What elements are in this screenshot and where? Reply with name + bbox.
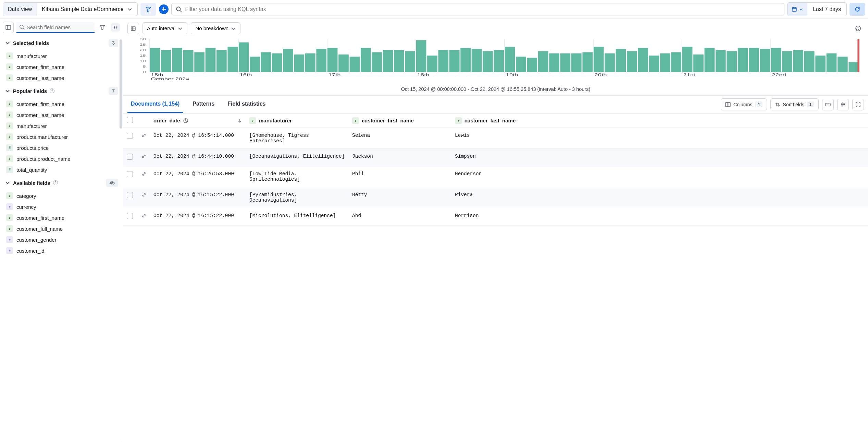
kql-input[interactable] <box>185 6 780 12</box>
field-item[interactable]: tcustomer_last_name <box>3 72 120 83</box>
field-item[interactable]: tcustomer_first_name <box>3 61 120 72</box>
svg-rect-41 <box>449 50 460 72</box>
select-all-checkbox[interactable] <box>127 117 133 123</box>
section-popular-toggle[interactable]: Popular fields ? 7 <box>3 83 120 98</box>
keyboard-shortcuts-button[interactable] <box>822 99 834 110</box>
svg-rect-55 <box>605 53 615 72</box>
field-item[interactable]: kcustomer_id <box>3 245 120 256</box>
field-item[interactable]: tproducts.product_name <box>3 153 120 164</box>
breakdown-select[interactable]: No breakdown <box>191 22 240 34</box>
tab-documents[interactable]: Documents (1,154) <box>127 96 183 113</box>
column-header-first-name[interactable]: tcustomer_first_name <box>349 113 451 128</box>
field-item[interactable]: tcustomer_full_name <box>3 223 120 234</box>
field-search-input[interactable] <box>27 24 92 30</box>
lens-button[interactable] <box>852 23 864 34</box>
section-selected-toggle[interactable]: Selected fields 3 <box>3 35 120 50</box>
field-name: manufacturer <box>16 53 47 59</box>
field-name: customer_id <box>16 248 45 254</box>
svg-rect-62 <box>682 47 693 72</box>
dataview-value[interactable]: Kibana Sample Data eCommerce <box>37 3 137 16</box>
column-header-manufacturer[interactable]: tmanufacturer <box>246 113 349 128</box>
field-name: customer_last_name <box>16 112 64 118</box>
sidebar-scrollbar[interactable] <box>120 39 122 129</box>
field-type-icon: t <box>6 100 13 107</box>
field-item[interactable]: kcustomer_gender <box>3 234 120 245</box>
field-item[interactable]: #products.price <box>3 142 120 153</box>
field-item[interactable]: tcustomer_first_name <box>3 212 120 223</box>
field-item[interactable]: tmanufacturer <box>3 50 120 61</box>
field-search[interactable] <box>16 22 95 33</box>
chevron-down-icon <box>231 26 236 31</box>
svg-rect-18 <box>194 52 204 72</box>
row-checkbox[interactable] <box>127 213 133 219</box>
field-item[interactable]: tmanufacturer <box>3 120 120 131</box>
refresh-button[interactable] <box>850 3 865 16</box>
field-filter-button[interactable] <box>97 22 108 33</box>
tab-field-statistics[interactable]: Field statistics <box>224 96 269 113</box>
expand-row-button[interactable] <box>141 213 147 218</box>
help-icon[interactable]: ? <box>53 180 58 185</box>
svg-rect-61 <box>671 52 681 72</box>
svg-text:19th: 19th <box>506 73 518 77</box>
row-checkbox[interactable] <box>127 171 133 177</box>
add-filter-button[interactable] <box>159 4 169 14</box>
kql-search[interactable] <box>171 3 785 15</box>
svg-rect-75 <box>827 53 837 72</box>
svg-rect-47 <box>516 57 526 72</box>
svg-rect-66 <box>727 51 737 72</box>
svg-rect-63 <box>693 55 704 72</box>
expand-row-button[interactable] <box>141 154 147 159</box>
expand-row-button[interactable] <box>141 171 147 177</box>
row-checkbox[interactable] <box>127 154 133 160</box>
field-name: customer_first_name <box>16 101 64 107</box>
date-range-label[interactable]: Last 7 days <box>807 3 846 16</box>
field-item[interactable]: tcustomer_last_name <box>3 109 120 120</box>
field-name: products.product_name <box>16 156 71 162</box>
field-name: customer_first_name <box>16 64 64 70</box>
svg-rect-76 <box>838 57 848 72</box>
section-count: 45 <box>106 179 118 187</box>
field-name: manufacturer <box>16 123 47 129</box>
svg-rect-33 <box>361 48 371 72</box>
interval-select[interactable]: Auto interval <box>142 22 187 34</box>
cell-manufacturer: [Pyramidustries, Oceanavigations] <box>246 187 349 208</box>
field-item[interactable]: kcurrency <box>3 201 120 212</box>
svg-rect-96 <box>726 103 730 107</box>
svg-rect-2 <box>6 25 11 29</box>
field-item[interactable]: tcategory <box>3 190 120 201</box>
dataview-selector[interactable]: Data view Kibana Sample Data eCommerce <box>3 2 138 16</box>
section-available-toggle[interactable]: Available fields ? 45 <box>3 175 120 190</box>
column-header-last-name[interactable]: tcustomer_last_name <box>451 113 868 128</box>
expand-row-button[interactable] <box>141 192 147 197</box>
field-item[interactable]: #total_quantity <box>3 164 120 175</box>
expand-row-button[interactable] <box>141 133 147 138</box>
histogram-chart[interactable]: 05101520253015th16th17th18th19th20th21st… <box>123 38 868 84</box>
columns-button[interactable]: Columns 4 <box>721 98 767 110</box>
cell-first-name: Jackson <box>349 149 451 166</box>
row-checkbox[interactable] <box>127 192 133 198</box>
collapse-sidebar-button[interactable] <box>3 22 14 33</box>
column-header-order-date[interactable]: order_date <box>150 113 246 128</box>
chevron-down-icon <box>799 7 803 12</box>
svg-rect-21 <box>227 47 238 72</box>
field-type-icon: t <box>6 111 13 118</box>
svg-rect-28 <box>305 53 315 72</box>
toggle-histogram-button[interactable] <box>127 23 139 34</box>
sort-button[interactable]: Sort fields 1 <box>770 98 819 110</box>
display-options-button[interactable] <box>837 99 849 110</box>
svg-text:October 2024: October 2024 <box>151 77 189 81</box>
date-picker[interactable]: Last 7 days <box>787 2 847 16</box>
field-item[interactable]: tcustomer_first_name <box>3 98 120 109</box>
row-checkbox[interactable] <box>127 133 133 139</box>
tab-patterns[interactable]: Patterns <box>189 96 218 113</box>
chevron-down-icon <box>177 26 183 31</box>
field-type-icon: k <box>6 236 13 243</box>
date-quick-menu[interactable] <box>788 3 807 16</box>
field-name: total_quantity <box>16 167 47 173</box>
field-item[interactable]: tproducts.manufacturer <box>3 131 120 142</box>
text-type-icon: t <box>249 117 256 124</box>
svg-rect-38 <box>416 40 426 72</box>
filter-button[interactable] <box>140 3 156 16</box>
help-icon[interactable]: ? <box>50 88 54 93</box>
fullscreen-button[interactable] <box>852 99 864 110</box>
